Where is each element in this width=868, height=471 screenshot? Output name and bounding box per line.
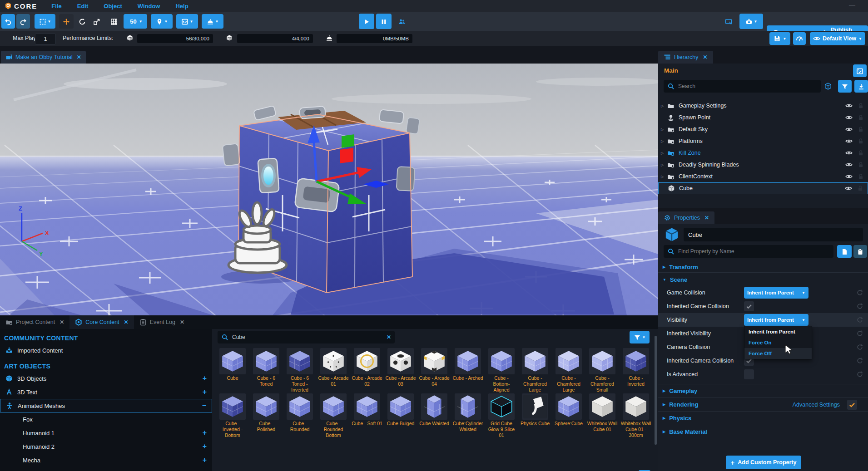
reset-icon[interactable] (856, 303, 863, 310)
lock-icon[interactable] (857, 137, 864, 145)
reset-icon[interactable] (856, 316, 863, 324)
section-base-material[interactable]: ▶Base Material (658, 425, 868, 438)
asset-tile-cube-bottom-aligned[interactable]: Cube - Bottom-Aligned (485, 348, 518, 392)
property-search[interactable] (664, 245, 833, 258)
visibility-dropdown[interactable]: Inherit from Parent▼ (744, 314, 808, 326)
asset-tile-cube-inverted[interactable]: Cube - Inverted (619, 348, 653, 387)
lock-icon[interactable] (857, 173, 864, 180)
asset-tile-whitebox-wall-cube-01-300cm[interactable]: Whitebox Wall Cube 01 - 300cm (619, 393, 653, 438)
asset-tile-whitebox-wall-cube-01[interactable]: Whitebox Wall Cube 01 (585, 393, 619, 432)
add-icon[interactable]: + (203, 388, 207, 396)
copy-properties-button[interactable] (837, 245, 852, 258)
asset-tile-cube-rounded[interactable]: Cube - Rounded (283, 393, 317, 432)
default-view-dropdown[interactable]: Default View▼ (810, 32, 865, 45)
object-name-input[interactable] (684, 228, 863, 241)
tab-project-content[interactable]: Project Content✕ (0, 315, 69, 329)
hierarchy-row-cube[interactable]: Cube (658, 182, 868, 194)
reset-icon[interactable] (856, 343, 863, 351)
close-tab-icon[interactable]: ✕ (77, 54, 81, 60)
tab-hierarchy[interactable]: Hierarchy ✕ (658, 51, 713, 64)
object-generator-dropdown[interactable]: ▼ (202, 14, 223, 29)
hierarchy-row-kill-zone[interactable]: ▷Kill Zone (658, 147, 868, 159)
tab-properties[interactable]: Properties ✕ (658, 211, 714, 224)
asset-tile-cube-chamfered-large[interactable]: Cube - Chamfered Large (552, 348, 585, 392)
property-search-input[interactable] (677, 248, 830, 255)
hierarchy-row-gameplay-settings[interactable]: ▷Gameplay Settings (658, 100, 868, 112)
add-icon[interactable]: + (203, 429, 207, 437)
visibility-eye-icon[interactable] (845, 102, 853, 109)
lock-icon[interactable] (857, 102, 864, 109)
collapse-icon[interactable]: − (202, 402, 206, 410)
asset-tile-physics-cube[interactable]: Physics Cube (518, 393, 552, 427)
tab-event-log[interactable]: Event Log✕ (134, 315, 190, 329)
close-tab-icon[interactable]: ✕ (180, 319, 184, 325)
pause-button[interactable] (376, 14, 392, 29)
capture-mode-dropdown[interactable]: ▼ (739, 14, 763, 29)
grid-snap-button[interactable] (107, 14, 121, 29)
undo-button[interactable] (1, 14, 15, 29)
asset-tile-cube-arcade-02[interactable]: Cube - Arcade 02 (350, 348, 384, 387)
inherited-game-collision-checkbox[interactable] (744, 301, 754, 311)
add-icon[interactable]: + (203, 374, 207, 383)
section-gameplay[interactable]: ▶Gameplay (658, 384, 868, 397)
reset-icon[interactable] (856, 371, 863, 378)
redo-button[interactable] (16, 14, 30, 29)
asset-tile-cube-6-toned-inverted[interactable]: Cube - 6 Toned - Inverted (283, 348, 317, 392)
visibility-eye-icon[interactable] (845, 173, 853, 180)
asset-tile-cube[interactable]: Cube (216, 348, 249, 381)
script-tool-dropdown[interactable]: ▼ (176, 14, 198, 29)
tree-item-3d-text[interactable]: 3D Text+ (0, 385, 212, 399)
reset-icon[interactable] (856, 289, 863, 296)
expand-caret-icon[interactable]: ▷ (661, 139, 667, 143)
save-dropdown[interactable]: ▼ (769, 32, 790, 45)
asset-tile-cube-soft-01[interactable]: Cube - Soft 01 (350, 393, 384, 427)
reset-icon[interactable] (856, 357, 863, 364)
asset-filter-button[interactable]: ▼ (630, 331, 650, 343)
hierarchy-row-deadly-spinning-blades[interactable]: ▷Deadly Spinning Blades (658, 159, 868, 171)
max-players-input[interactable] (35, 34, 56, 44)
menu-option-force-off[interactable]: Force Off (744, 348, 812, 359)
lock-icon[interactable] (857, 114, 864, 121)
viewport-canvas[interactable]: Z X Y (0, 64, 658, 315)
hierarchy-row-spawn-point[interactable]: Spawn Point (658, 112, 868, 123)
hierarchy-row-default-sky[interactable]: ▷Default Sky (658, 123, 868, 135)
asset-tile-cube-6-toned[interactable]: Cube - 6 Toned (249, 348, 283, 387)
tree-item-3d-objects[interactable]: 3D Objects+ (0, 372, 212, 385)
asset-tile-cube-rounded-bottom[interactable]: Cube - Rounded Bottom (317, 393, 350, 438)
asset-tile-grid-cube-glow-9-slice-01[interactable]: Grid Cube Glow 9 Slice 01 (485, 393, 518, 438)
screen-share-button[interactable] (721, 14, 736, 29)
is-advanced-checkbox[interactable] (744, 369, 754, 379)
tree-item-humanoid-2[interactable]: Humanoid 2+ (0, 440, 212, 453)
visibility-eye-icon[interactable] (845, 137, 853, 145)
multiplayer-preview-button[interactable] (394, 14, 410, 29)
level-settings-button[interactable] (853, 64, 867, 77)
asset-tile-cube-arched[interactable]: Cube - Arched (451, 348, 485, 381)
close-tab-icon[interactable]: ✕ (124, 319, 129, 325)
paste-properties-button[interactable] (853, 245, 867, 258)
close-tab-icon[interactable]: ✕ (60, 319, 64, 325)
menu-option-force-on[interactable]: Force On (744, 337, 812, 348)
tree-item-humanoid-1[interactable]: Humanoid 1+ (0, 426, 212, 440)
advanced-settings-link[interactable]: Advanced Settings (793, 402, 840, 408)
expand-caret-icon[interactable]: ▷ (661, 175, 667, 179)
section-scene[interactable]: ▼Scene (658, 274, 868, 285)
gizmo-red-handle[interactable] (340, 148, 353, 163)
visibility-eye-icon[interactable] (845, 185, 852, 192)
gizmo-green-handle[interactable] (342, 134, 354, 148)
expand-caret-icon[interactable]: ▷ (661, 128, 667, 132)
asset-tile-cube-chamfered-small[interactable]: Cube - Chamfered Small (585, 348, 619, 392)
lock-icon[interactable] (857, 161, 864, 168)
section-physics[interactable]: ▶Physics (658, 411, 868, 425)
hierarchy-search-input[interactable] (677, 83, 817, 90)
viewport[interactable]: Z X Y (0, 64, 658, 315)
asset-tile-cube-cylinder-waisted[interactable]: Cube:Cylinder Waisted (451, 393, 485, 432)
rotate-tool-button[interactable] (75, 14, 89, 29)
menu-help[interactable]: Help (175, 3, 188, 10)
game-collision-dropdown[interactable]: Inherit from Parent▼ (744, 287, 808, 299)
visibility-eye-icon[interactable] (845, 161, 853, 168)
asset-tile-cube-arcade-01[interactable]: Cube - Arcade 01 (317, 348, 350, 387)
menu-window[interactable]: Window (138, 3, 160, 10)
clear-search-icon[interactable]: ✕ (387, 334, 391, 340)
asset-tile-cube-waisted[interactable]: Cube Waisted (417, 393, 451, 427)
asset-tile-cube-polished[interactable]: Cube - Polished (249, 393, 283, 432)
